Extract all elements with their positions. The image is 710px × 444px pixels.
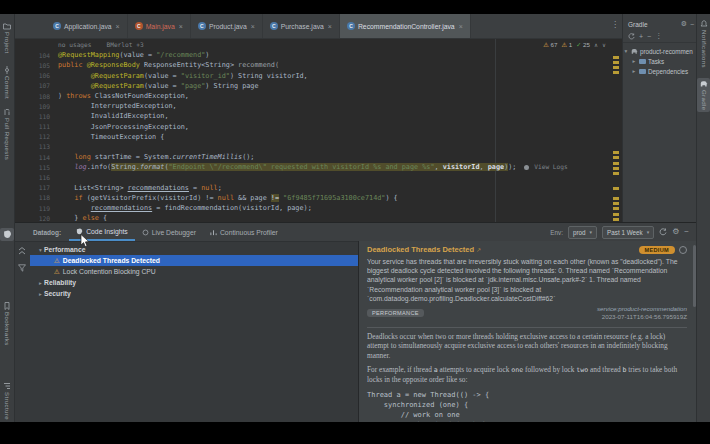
line-number: 119: [14, 205, 58, 212]
tab-close-icon[interactable]: ×: [251, 23, 255, 30]
tree-group-reliability[interactable]: ▸ Reliability: [30, 277, 358, 288]
gradle-more-icon[interactable]: ⋮: [655, 32, 662, 40]
class-file-icon: C: [53, 22, 61, 30]
class-file-icon: C: [135, 22, 143, 30]
tab-recommendationcontroller-java[interactable]: C RecommendationController.java ×: [340, 14, 471, 38]
folder-icon: [639, 69, 646, 74]
tab-product-java[interactable]: C Product.java ×: [191, 14, 263, 38]
code-line: 111 JsonProcessingException,: [14, 122, 610, 132]
refresh-icon[interactable]: [659, 228, 667, 236]
gradle-refresh-icon[interactable]: [628, 33, 635, 40]
gradle-tasks-node[interactable]: ▸ Tasks: [623, 56, 698, 66]
tab-overflow-icon[interactable]: ⋮: [611, 20, 619, 29]
inspections-widget[interactable]: ⚠ 67 ⚠ 1 ✓ 25 ∧ ∨: [543, 41, 606, 48]
explanation-paragraph: For example, if thread a attempts to acq…: [367, 365, 687, 385]
time-range-select[interactable]: Past 1 Week ▾: [602, 226, 654, 239]
dropdown-arrow-icon: ▾: [647, 229, 650, 235]
code-line: 112 TimeoutException {: [14, 132, 610, 142]
datadog-panel-header: Datadog: Code Insights Live Debugger Con…: [14, 223, 697, 242]
code-line: 114 long startTime = System.currentTimeM…: [14, 152, 610, 162]
external-link-icon: ↗: [476, 246, 481, 253]
tab-label: Purchase.java: [281, 23, 324, 30]
code-line: 119 recommendations = findRecommendation…: [14, 203, 610, 213]
tab-main-java[interactable]: C Main.java ×: [128, 14, 191, 38]
dismiss-ring-icon[interactable]: [679, 246, 687, 254]
ide-window: Project Commit Pull Requests Bookmarks S…: [0, 14, 710, 422]
gradle-elephant-icon: [700, 80, 708, 88]
next-problem-icon[interactable]: ∨: [602, 42, 606, 48]
class-file-icon: C: [347, 22, 355, 30]
tab-close-icon[interactable]: ×: [459, 23, 463, 30]
code-vision-hint[interactable]: [92, 41, 107, 48]
tool-button-bookmarks[interactable]: Bookmarks: [0, 302, 14, 346]
env-label: Env:: [550, 229, 563, 236]
warning-count: 67: [550, 41, 557, 48]
hide-panel-icon[interactable]: −: [684, 228, 689, 236]
tab-live-debugger[interactable]: Live Debugger: [135, 223, 203, 241]
tab-purchase-java[interactable]: C Purchase.java ×: [263, 14, 340, 38]
settings-gear-icon[interactable]: ⚙: [672, 228, 679, 236]
datadog-panel-body: ▾ Performance ⚠ Deadlocked Threads Detec…: [14, 241, 697, 422]
tool-button-datadog[interactable]: [0, 228, 14, 241]
tab-continuous-profiler[interactable]: Continuous Profiler: [203, 223, 285, 241]
prev-problem-icon[interactable]: ∧: [594, 42, 598, 48]
tree-group-performance[interactable]: ▾ Performance: [30, 244, 358, 255]
insight-title-link[interactable]: Deadlocked Threads Detected: [367, 245, 474, 254]
gradle-settings-icon[interactable]: ⚙: [681, 20, 687, 28]
tab-code-insights[interactable]: Code Insights: [69, 223, 135, 241]
class-file-icon: C: [270, 22, 278, 30]
chevron-right-icon: ▸: [37, 291, 44, 297]
tree-group-security[interactable]: ▸ Security: [30, 288, 358, 299]
tab-close-icon[interactable]: ×: [328, 23, 332, 30]
line-number: 120: [14, 215, 58, 222]
tab-application-java[interactable]: C Application.java ×: [46, 14, 128, 38]
line-number: 108: [14, 93, 58, 100]
code-vision-hint[interactable]: View Logs: [531, 163, 568, 170]
code-vision-hint[interactable]: BMerlot +3: [106, 41, 143, 48]
tool-button-pull-requests[interactable]: Pull Requests: [0, 108, 14, 160]
gradle-dependencies-node[interactable]: ▸ Dependencies: [623, 66, 698, 76]
tree-item-lock-contention[interactable]: ⚠ Lock Contention Blocking CPU: [30, 266, 358, 277]
tool-button-project[interactable]: Project: [0, 22, 14, 53]
error-stripe[interactable]: [612, 39, 621, 223]
tool-button-label: Project: [4, 32, 10, 53]
datadog-inlay-icon[interactable]: [524, 165, 529, 170]
tree-item-deadlocked-threads[interactable]: ⚠ Deadlocked Threads Detected: [30, 255, 358, 266]
insight-detail-pane: Deadlocked Threads Detected ↗ MEDIUM You…: [359, 241, 697, 422]
code-line: 116: [14, 172, 610, 182]
gradle-tree: ▾ product-recommen ▸ Tasks ▸ Dependencie…: [623, 43, 698, 76]
right-tool-stripe: Notifications Gradle: [696, 14, 710, 422]
tab-label: Code Insights: [86, 228, 128, 235]
tool-button-notifications[interactable]: Notifications: [697, 20, 710, 68]
code-vision-hint[interactable]: no usages: [58, 41, 92, 48]
gradle-project-node[interactable]: ▾ product-recommen: [623, 46, 698, 56]
tool-button-gradle[interactable]: Gradle: [697, 78, 710, 112]
code-line: 108) throws ClassNotFoundException,: [14, 91, 610, 101]
gradle-add-icon[interactable]: +: [639, 33, 643, 40]
tool-button-structure[interactable]: Structure: [0, 382, 14, 420]
weak-warning-count: 1: [569, 41, 572, 48]
line-number: 115: [14, 164, 58, 171]
code-line: 115 log.info(String.format("Endpoint \"/…: [14, 162, 610, 172]
gradle-panel: Gradle ⚙ − + − ⋮ ▾ product-recommen ▸ Ta…: [622, 14, 698, 222]
tool-button-commit[interactable]: Commit: [0, 66, 14, 99]
line-number: 104: [14, 52, 58, 59]
env-select[interactable]: prod ▾: [568, 226, 597, 239]
left-tool-stripe: Project Commit Pull Requests Bookmarks S…: [0, 14, 15, 422]
datadog-icon: [3, 230, 12, 239]
line-number: 109: [14, 103, 58, 110]
collapse-all-icon[interactable]: [18, 247, 26, 255]
tab-close-icon[interactable]: ×: [179, 23, 183, 30]
gradle-hide-icon[interactable]: −: [690, 21, 694, 28]
code-editor[interactable]: no usages BMerlot +3104@RequestMapping(v…: [14, 39, 622, 223]
filter-icon[interactable]: [18, 264, 26, 272]
gradle-remove-icon[interactable]: −: [647, 33, 651, 40]
gradle-elephant-icon: [631, 48, 638, 55]
warning-icon: ⚠: [54, 268, 60, 276]
datadog-controls: Env: prod ▾ Past 1 Week ▾ ⚙ −: [550, 226, 697, 239]
tab-close-icon[interactable]: ×: [116, 23, 120, 30]
datadog-panel-label: Datadog:: [33, 229, 61, 236]
line-number: 116: [14, 174, 58, 181]
datadog-icon: [76, 228, 83, 235]
tree-group-label: Reliability: [44, 279, 76, 286]
